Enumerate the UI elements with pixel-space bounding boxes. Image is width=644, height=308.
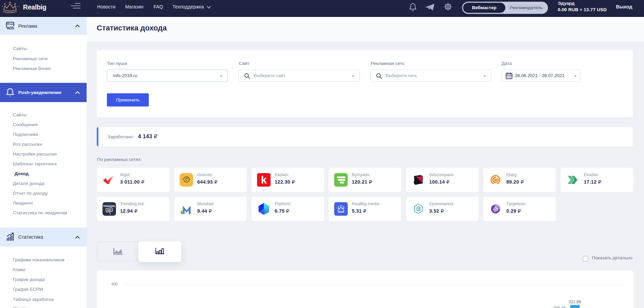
svg-text:TRENDING.: TRENDING. [103, 205, 116, 207]
svg-text:ADS: ADS [7, 26, 14, 30]
svg-text:k: k [261, 174, 267, 186]
